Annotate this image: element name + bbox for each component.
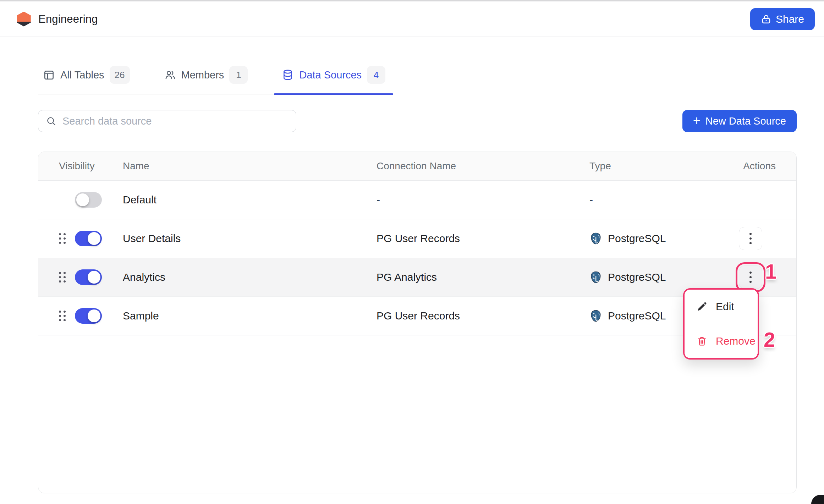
source-type: - [589,194,738,206]
top-bar: Engineering Share [0,1,824,37]
table-row-sample: Sample PG User Records PostgreSQL [38,297,796,335]
table-row-user-details: User Details PG User Records PostgreSQL [38,219,796,258]
tab-count-badge: 26 [110,66,130,84]
connection-name: PG User Records [377,232,589,245]
annotation-step-2: 2 [764,329,775,350]
menu-item-edit[interactable]: Edit [685,290,758,324]
table-header-row: Visibility Name Connection Name Type Act… [38,152,796,181]
header-actions: Actions [738,160,796,172]
connection-name: PG Analytics [377,271,589,283]
row-actions-kebab-button[interactable] [739,227,762,250]
workspace-logo-icon[interactable] [16,12,31,27]
table-row-analytics: Analytics PG Analytics PostgreSQL [38,258,796,297]
search-input[interactable] [62,115,289,127]
drag-handle-icon[interactable] [59,311,66,321]
members-icon [164,69,176,81]
tab-data-sources[interactable]: Data Sources 4 [277,66,390,84]
tab-bar: All Tables 26 Members 1 [38,66,390,94]
new-data-source-button[interactable]: + New Data Source [682,110,797,132]
plus-icon: + [693,114,701,127]
tab-count-badge: 1 [229,66,248,84]
source-type: PostgreSQL [608,310,666,322]
tab-label: Members [181,69,224,81]
tab-all-tables[interactable]: All Tables 26 [38,66,135,84]
connection-name: PG User Records [377,310,589,322]
new-data-source-label: New Data Source [705,115,786,127]
drag-handle-icon[interactable] [59,272,66,283]
visibility-toggle[interactable] [75,269,102,285]
menu-item-label: Remove [716,335,756,347]
tab-label: All Tables [60,69,104,81]
row-actions-kebab-button-highlighted[interactable] [739,265,762,289]
tab-label: Data Sources [299,69,362,81]
pencil-icon [697,301,707,312]
bottom-right-widget[interactable] [811,495,824,504]
source-name: User Details [123,232,377,245]
source-name: Sample [123,310,377,322]
source-type: PostgreSQL [608,271,666,283]
source-name: Default [123,194,377,206]
drag-handle-icon[interactable] [59,233,66,244]
source-name: Analytics [123,271,377,283]
menu-item-remove[interactable]: Remove [685,324,758,358]
menu-item-label: Edit [716,301,734,313]
header-name: Name [123,160,377,172]
visibility-toggle[interactable] [75,231,102,246]
header-type: Type [589,160,738,172]
visibility-toggle[interactable] [75,308,102,324]
postgresql-icon [589,232,602,245]
tab-count-badge: 4 [367,66,385,84]
source-type: PostgreSQL [608,232,666,245]
database-icon [282,69,294,81]
share-button-label: Share [776,13,804,25]
header-connection-name: Connection Name [377,160,589,172]
table-row-default: Default - - [38,181,796,219]
share-button[interactable]: Share [750,8,815,30]
search-box [38,110,296,132]
postgresql-icon [589,309,602,322]
lock-icon [761,14,771,24]
postgresql-icon [589,271,602,284]
tab-members[interactable]: Members 1 [159,66,253,84]
annotation-step-1: 1 [765,261,776,282]
search-icon [45,115,57,127]
header-visibility: Visibility [38,160,123,172]
app-screen: Engineering Share All Tables [0,0,824,504]
row-actions-context-menu: Edit Remove [683,288,759,360]
visibility-toggle[interactable] [75,192,102,208]
workspace-title: Engineering [38,13,98,26]
connection-name: - [377,194,589,206]
trash-icon [697,336,707,346]
table-icon [43,69,55,81]
